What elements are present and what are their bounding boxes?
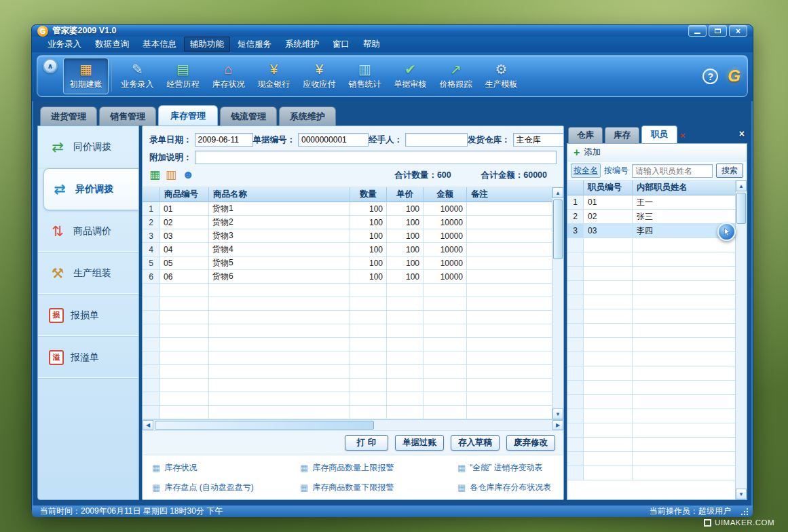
- tool-sales-stats[interactable]: ▥ 销售统计: [342, 58, 388, 94]
- link-upper-limit-alert[interactable]: ▦ 库存商品数量上限报警: [300, 462, 457, 474]
- tool-price-tracking[interactable]: ↗ 价格跟踪: [433, 58, 479, 94]
- scrollbar-thumb[interactable]: [553, 200, 563, 259]
- collapse-toolbar-button[interactable]: ∧: [43, 58, 58, 73]
- staff-row-empty[interactable]: [567, 281, 735, 295]
- maximize-button[interactable]: [709, 25, 727, 37]
- staff-row-empty[interactable]: [567, 466, 735, 480]
- tool-business-entry[interactable]: ✎ 业务录入: [115, 58, 160, 94]
- staff-row-empty[interactable]: [567, 324, 735, 338]
- select-person-icon[interactable]: ☻: [182, 169, 194, 181]
- tab-inventory[interactable]: 库存管理: [158, 105, 218, 126]
- staff-row-empty[interactable]: [567, 338, 735, 352]
- staff-vertical-scrollbar[interactable]: ▲ ▼: [735, 180, 747, 499]
- item-row-empty[interactable]: [143, 338, 552, 352]
- sidebar-item-price-adjust[interactable]: ⇅ 商品调价: [38, 210, 138, 252]
- staff-row-empty[interactable]: [567, 309, 735, 324]
- staff-row-empty[interactable]: [567, 423, 735, 438]
- help-button[interactable]: ?: [702, 69, 718, 84]
- menu-item-auxiliary[interactable]: 辅助功能: [184, 37, 230, 52]
- tab-close-icon[interactable]: ×: [680, 130, 686, 140]
- doc-number-input[interactable]: [298, 133, 369, 147]
- menu-item-help[interactable]: 帮助: [357, 37, 386, 52]
- tool-operation-history[interactable]: ▤ 经营历程: [160, 58, 206, 94]
- item-row[interactable]: 1 01 货物1 100 100 10000: [143, 202, 552, 216]
- scroll-down-icon[interactable]: ▼: [552, 408, 563, 419]
- staff-row-empty[interactable]: [567, 252, 735, 267]
- menu-item-window[interactable]: 窗口: [326, 37, 356, 52]
- staff-row-empty[interactable]: [567, 366, 735, 381]
- scroll-right-icon[interactable]: ▶: [552, 420, 563, 430]
- item-row-empty[interactable]: [143, 406, 552, 419]
- panel-close-icon[interactable]: ×: [739, 128, 745, 139]
- rp-tab-inventory[interactable]: 库存: [605, 127, 639, 143]
- tool-initial-setup[interactable]: ▦ 初期建账: [63, 58, 109, 94]
- staff-row-empty[interactable]: [567, 295, 735, 309]
- staff-row-empty[interactable]: [567, 452, 735, 466]
- menu-item-business-entry[interactable]: 业务录入: [41, 37, 88, 52]
- menu-item-sms[interactable]: 短信服务: [231, 37, 278, 52]
- search-button[interactable]: 搜索: [716, 164, 743, 178]
- scroll-up-icon[interactable]: ▲: [552, 187, 563, 198]
- close-button[interactable]: ×: [729, 25, 747, 37]
- sidebar-item-assembly[interactable]: ⚒ 生产组装: [38, 252, 138, 294]
- menu-item-basic-info[interactable]: 基本信息: [136, 37, 183, 52]
- calculator-icon[interactable]: ▥: [166, 169, 176, 181]
- tool-production-template[interactable]: ⚙ 生产模板: [479, 58, 524, 94]
- item-row[interactable]: 4 04 货物4 100 100 10000: [143, 243, 552, 256]
- staff-row[interactable]: 1 01 王一: [567, 195, 735, 210]
- link-inventory-status[interactable]: ▦ 库存状况: [152, 462, 300, 474]
- rp-tab-staff[interactable]: 职员: [641, 126, 677, 143]
- staff-row[interactable]: 2 02 张三: [567, 210, 735, 224]
- scroll-left-icon[interactable]: ◀: [143, 420, 153, 430]
- sidebar-item-same-price-transfer[interactable]: ⇄ 同价调拨: [38, 126, 138, 168]
- tab-cash-flow[interactable]: 钱流管理: [220, 107, 277, 126]
- staff-row-empty[interactable]: [567, 438, 735, 452]
- item-row[interactable]: 6 06 货物6 100 100 10000: [143, 270, 552, 284]
- scrollbar-thumb[interactable]: [736, 193, 746, 224]
- staff-row-empty[interactable]: [567, 238, 735, 252]
- item-row[interactable]: 2 02 货物2 100 100 10000: [143, 216, 552, 229]
- warehouse-input[interactable]: [513, 133, 565, 147]
- scrollbar-thumb[interactable]: [155, 421, 374, 430]
- note-input[interactable]: [195, 151, 557, 164]
- staff-row-selected[interactable]: 3 03 李四: [567, 224, 735, 238]
- items-horizontal-scrollbar[interactable]: ◀ ▶: [143, 419, 563, 430]
- discard-changes-button[interactable]: 废弃修改: [506, 435, 555, 451]
- item-row-empty[interactable]: [143, 297, 552, 311]
- filter-by-name-toggle[interactable]: 按全名: [571, 164, 601, 178]
- link-lower-limit-alert[interactable]: ▦ 库存商品数量下限报警: [300, 482, 457, 493]
- item-row-empty[interactable]: [143, 365, 552, 379]
- handler-input[interactable]: [405, 133, 468, 147]
- post-voucher-button[interactable]: 单据过账: [395, 435, 444, 451]
- link-all-in-one-report[interactable]: ▦ “全能” 进销存变动表: [457, 462, 563, 474]
- item-row[interactable]: 3 03 货物3 100 100 10000: [143, 229, 552, 243]
- item-row-empty[interactable]: [143, 284, 552, 297]
- add-staff-button[interactable]: + 添加: [567, 144, 747, 162]
- staff-row-empty[interactable]: [567, 395, 735, 409]
- item-row[interactable]: 5 05 货物5 100 100 10000: [143, 256, 552, 270]
- staff-row-empty[interactable]: [567, 381, 735, 395]
- date-input[interactable]: [195, 133, 253, 147]
- staff-search-input[interactable]: [632, 164, 713, 178]
- item-row-empty[interactable]: [143, 324, 552, 338]
- menu-item-system-maintenance[interactable]: 系统维护: [279, 37, 325, 52]
- sidebar-item-overflow-report[interactable]: 溢 报溢单: [38, 337, 138, 379]
- tool-receivable-payable[interactable]: ¥ 应收应付: [297, 58, 342, 94]
- sidebar-item-loss-report[interactable]: 损 报损单: [38, 294, 138, 337]
- scroll-down-icon[interactable]: ▼: [736, 489, 747, 499]
- tool-voucher-audit[interactable]: ✔ 单据审核: [388, 58, 433, 94]
- filter-by-code-toggle[interactable]: 按编号: [604, 165, 628, 176]
- link-stocktaking[interactable]: ▦ 库存盘点 (自动盘盈盘亏): [152, 482, 300, 493]
- sidebar-item-diff-price-transfer[interactable]: ⇄ 异价调拨: [43, 168, 138, 210]
- scroll-up-icon[interactable]: ▲: [736, 180, 747, 191]
- tab-system[interactable]: 系统维护: [279, 107, 336, 126]
- item-row-empty[interactable]: [143, 392, 552, 406]
- rp-tab-warehouse[interactable]: 仓库: [568, 127, 603, 143]
- tab-purchase[interactable]: 进货管理: [40, 107, 97, 126]
- staff-row-empty[interactable]: [567, 409, 735, 423]
- print-button[interactable]: 打 印: [345, 435, 388, 451]
- staff-row-empty[interactable]: [567, 267, 735, 281]
- item-row-empty[interactable]: [143, 311, 552, 324]
- minimize-button[interactable]: [688, 25, 707, 37]
- menu-item-data-query[interactable]: 数据查询: [89, 37, 135, 52]
